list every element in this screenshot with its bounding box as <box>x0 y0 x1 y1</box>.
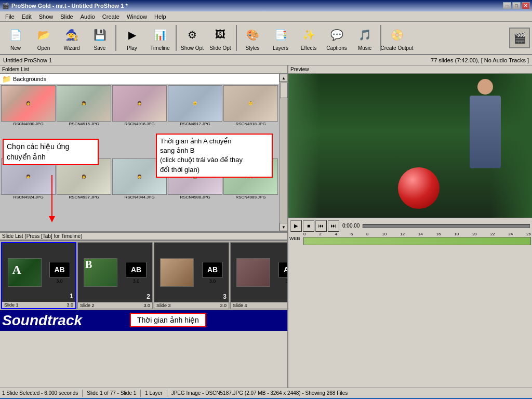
toolbar-create-output[interactable]: 📀 Create Output <box>383 23 410 53</box>
toolbar-open[interactable]: 📂 Open <box>30 23 57 53</box>
open-icon: 📂 <box>34 25 53 44</box>
slide-trans-thumb-3: AB <box>202 262 223 277</box>
scroll-down-button[interactable]: ▼ <box>280 223 287 231</box>
minimize-button[interactable]: ─ <box>503 2 511 9</box>
toolbar-captions[interactable]: 💬 Captions <box>323 23 350 53</box>
menu-help[interactable]: Help <box>151 12 169 21</box>
save-label: Save <box>94 45 106 51</box>
menu-audio[interactable]: Audio <box>77 12 98 21</box>
slide-info-label-3: Slide 3 <box>156 303 171 308</box>
next-button[interactable]: ⏭ <box>328 220 339 232</box>
slide-opt-icon: 🖼 <box>211 25 230 44</box>
thumb-label-10: RSCN4989.JPG <box>235 195 265 200</box>
scroll-up-button[interactable]: ▲ <box>280 74 287 82</box>
folders-tree[interactable]: 📁 Backgrounds <box>0 74 279 84</box>
toolbar-play[interactable]: ▶ Play <box>118 23 145 53</box>
head <box>477 79 493 95</box>
toolbar-new[interactable]: 📄 New <box>2 23 29 53</box>
toolbar: 📄 New 📂 Open 🧙 Wizard 💾 Save ▶ Play 📊 Ti… <box>0 22 532 55</box>
new-label: New <box>10 45 21 51</box>
stop-button[interactable]: ■ <box>303 220 314 232</box>
slide-item-4[interactable]: AB 3.0 4 Slide 4 3.0 <box>230 242 287 309</box>
slide-item-1[interactable]: A AB 3.0 1 Slide 1 3.0 <box>1 242 76 309</box>
toolbar-sep-2 <box>176 25 177 51</box>
slide-info-bar-3: Slide 3 3.0 <box>154 302 229 309</box>
effects-label: Effects <box>301 45 316 51</box>
menu-edit[interactable]: Edit <box>19 12 35 21</box>
layers-label: Layers <box>273 45 288 51</box>
thumbnails-area: 👩 RSCN4890.JPG 👧 RSCN4915.JPG <box>0 84 279 231</box>
project-bar: Untitled ProShow 1 77 slides (7:42.00), … <box>0 55 532 65</box>
thumb-image-4: 👴 <box>168 85 222 122</box>
close-button[interactable]: ✕ <box>522 2 530 9</box>
thumb-label-1: RSCN4890.JPG <box>13 122 43 126</box>
slide-trans-icon-4: AB <box>284 265 287 274</box>
slide-item-3[interactable]: AB 3.0 3 Slide 3 3.0 <box>154 242 229 309</box>
slide-strip: A AB 3.0 1 Slide 1 3.0 <box>0 241 287 310</box>
project-name: Untitled ProShow 1 <box>3 57 52 63</box>
timeline-label: Timeline <box>150 45 169 51</box>
menu-show[interactable]: Show <box>36 12 57 21</box>
status-sep-3 <box>167 390 167 397</box>
slide-preview-2: B <box>84 258 117 287</box>
statusbar: 1 Slide Selected - 6.000 seconds Slide 1… <box>0 388 532 398</box>
toolbar-save[interactable]: 💾 Save <box>86 23 113 53</box>
playback-slider[interactable] <box>363 224 530 228</box>
scroll-thumb[interactable] <box>280 83 287 98</box>
menu-window[interactable]: Window <box>124 12 150 21</box>
toolbar-wizard[interactable]: 🧙 Wizard <box>58 23 85 53</box>
slide-number-3: 3 <box>223 293 227 300</box>
menu-slide[interactable]: Slide <box>57 12 76 21</box>
toolbar-music[interactable]: 🎵 Music <box>351 23 378 53</box>
folders-content-area: 📁 Backgrounds 👩 RSCN4890.JPG <box>0 74 287 231</box>
thumb-label-9: RSCN4988.JPG <box>180 195 210 200</box>
toolbar-layers[interactable]: 📑 Layers <box>267 23 294 53</box>
menu-file[interactable]: File <box>2 12 18 21</box>
slide-b-label: B <box>84 258 93 271</box>
toolbar-slide-opt[interactable]: 🖼 Slide Opt <box>207 23 234 53</box>
right-panel: Preview ▶ ■ ⏮ <box>288 65 532 388</box>
preview-header: Preview <box>288 65 532 74</box>
thumbnail-item-6[interactable]: 👧 RSCN4924.JPG <box>1 158 56 231</box>
body <box>470 96 501 168</box>
web-timeline: WEB 02468101214161820222426 <box>288 233 532 244</box>
status-sep-1 <box>82 390 83 397</box>
slide-thumb-area-2: B AB 3.0 2 <box>78 243 152 302</box>
slide-transition-area-1[interactable]: AB 3.0 <box>49 262 70 284</box>
slide-trans-time-3: 3.0 <box>209 278 216 284</box>
titlebar: 🎬 ProShow Gold - mr.t - Untitled ProShow… <box>0 0 532 11</box>
toolbar-timeline[interactable]: 📊 Timeline <box>147 23 174 53</box>
play-button[interactable]: ▶ <box>290 220 302 232</box>
slide-number-1: 1 <box>70 292 73 300</box>
main-area: Folders List 📁 Backgrounds 👩 RSCN4 <box>0 65 532 388</box>
slide-trans-time-2: 3.0 <box>133 278 140 284</box>
slide-transition-area-3[interactable]: AB 3.0 <box>202 262 223 284</box>
folder-item-backgrounds[interactable]: Backgrounds <box>13 76 46 82</box>
status-slide-info: Slide 1 of 77 - Slide 1 <box>87 390 136 396</box>
playback-controls: ▶ ■ ⏮ ⏭ 0:00.00 <box>288 218 532 233</box>
captions-label: Captions <box>326 45 347 51</box>
thumb-label-4: RSCN4917.JPG <box>180 122 210 126</box>
prev-button[interactable]: ⏮ <box>315 220 327 232</box>
toolbar-styles[interactable]: 🎨 Styles <box>239 23 266 53</box>
thumbnail-item-7[interactable]: 👩 RSCN4937.JPG <box>57 158 111 231</box>
thumb-label-7: RSCN4937.JPG <box>69 195 99 200</box>
folders-header: Folders List <box>0 65 287 74</box>
folders-tree-panel: 📁 Backgrounds 👩 RSCN4890.JPG <box>0 74 279 231</box>
status-selection: 1 Slide Selected - 6.000 seconds <box>2 390 78 396</box>
toolbar-show-opt[interactable]: ⚙ Show Opt <box>179 23 206 53</box>
slide-item-2[interactable]: B AB 3.0 2 Slide 2 3.0 <box>77 242 153 309</box>
slide-transition-area-2[interactable]: AB 3.0 <box>126 262 147 284</box>
slide-duration-3: 3.0 <box>220 303 227 308</box>
wizard-icon: 🧙 <box>62 25 81 44</box>
menu-create[interactable]: Create <box>99 12 123 21</box>
titlebar-title: 🎬 ProShow Gold - mr.t - Untitled ProShow… <box>2 3 128 9</box>
slide-transition-area-4[interactable]: AB 3.0 <box>278 262 287 284</box>
maximize-button[interactable]: □ <box>512 2 521 9</box>
toolbar-effects[interactable]: ✨ Effects <box>295 23 322 53</box>
toolbar-sep-1 <box>115 25 116 51</box>
layers-icon: 📑 <box>271 25 290 44</box>
menubar: File Edit Show Slide Audio Create Window… <box>0 11 532 22</box>
timeline-ruler[interactable] <box>303 237 531 245</box>
show-opt-icon: ⚙ <box>183 25 202 44</box>
